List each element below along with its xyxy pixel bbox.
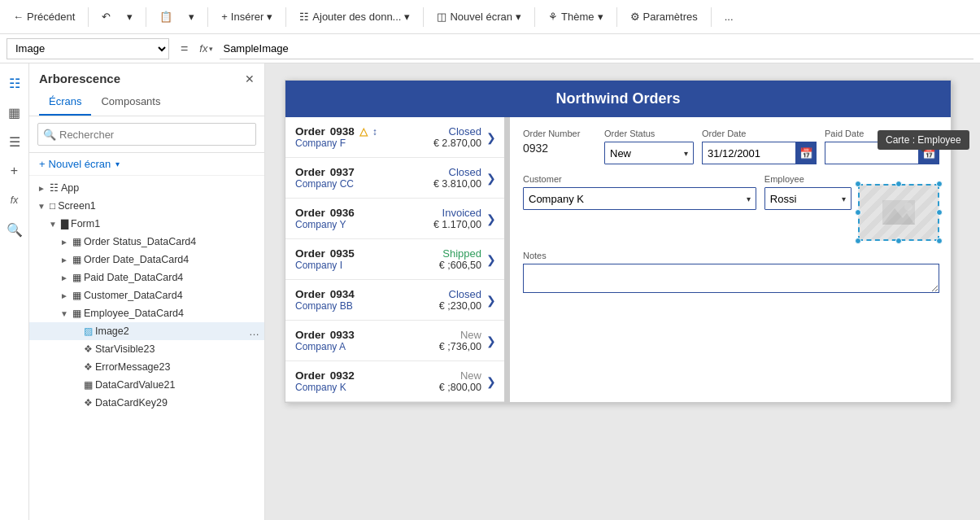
customer-select[interactable]: Company K ▾ [523, 187, 756, 210]
tree-node-employee[interactable]: ▼ ▦ Employee_DataCard4 [29, 304, 264, 322]
toolbar: ← Précédent ↶ ▾ 📋 ▾ + Insérer ▾ ☷ Ajoute… [0, 0, 980, 34]
more-label: ... [725, 11, 734, 23]
settings-button[interactable]: ⚙ Paramètres [624, 7, 704, 26]
tree-node-form1[interactable]: ▼ ▇ Form1 [29, 215, 264, 233]
node-label-datacardvalue: DataCardValue21 [95, 379, 264, 391]
node-label-paid-date: Paid Date_DataCard4 [84, 272, 264, 283]
handle-tr[interactable] [936, 181, 943, 187]
node-label-order-date: Order Date_DataCard4 [84, 254, 264, 265]
tree-node-starvisible[interactable]: ► ❖ StarVisible23 [29, 340, 264, 358]
insert-button[interactable]: + Insérer ▾ [215, 7, 279, 26]
new-screen-tree-button[interactable]: + Nouvel écran ▾ [29, 153, 264, 176]
theme-button[interactable]: ⚘ Thème ▾ [542, 7, 609, 26]
undo-button[interactable]: ↶ [95, 7, 117, 26]
tree-node-datacardkey[interactable]: ► ❖ DataCardKey29 [29, 394, 264, 412]
plus-side-icon[interactable]: + [2, 158, 28, 184]
list-item[interactable]: Order 0933 Company A New € ;736,00 ❯ [285, 321, 504, 361]
handle-tc[interactable] [895, 181, 902, 187]
customer-field: Customer Company K ▾ [523, 174, 756, 241]
tree-node-app[interactable]: ► ☷ App [29, 179, 264, 197]
handle-bc[interactable] [895, 238, 902, 244]
chevron-down-icon3: ▾ [267, 11, 272, 23]
node-label-customer: Customer_DataCard4 [84, 290, 264, 301]
search-input[interactable] [37, 123, 256, 146]
formula-bar: Image = fx ▾ [0, 34, 980, 63]
handle-tl[interactable] [855, 181, 861, 187]
plus-icon-tree: + [39, 158, 46, 170]
list-item[interactable]: Order 0932 Company K New € ;800,00 ❯ [285, 361, 504, 402]
sep4 [285, 7, 286, 27]
undo-dropdown[interactable]: ▾ [120, 7, 139, 26]
order-date-label: Order Date [702, 129, 817, 138]
element-selector[interactable]: Image [7, 38, 169, 59]
list-item[interactable]: Order 0936 Company Y Invoiced € 1.170,00… [285, 199, 504, 239]
card-icon5: ▦ [72, 308, 81, 319]
tree-node-customer[interactable]: ► ▦ Customer_DataCard4 [29, 286, 264, 304]
copy-dropdown[interactable]: ▾ [182, 7, 201, 26]
company: Company CC [295, 178, 433, 190]
list-item[interactable]: Order 0935 Company I Shipped € ;606,50 ❯ [285, 239, 504, 280]
list-item-right: Closed € ;230,00 [439, 288, 481, 312]
new-screen-button[interactable]: ◫ Nouvel écran ▾ [430, 7, 528, 26]
handle-mr[interactable] [936, 209, 943, 216]
tree-close-button[interactable]: ✕ [245, 72, 255, 85]
app-title: Northwind Orders [555, 90, 680, 107]
tree-node-image2[interactable]: ► ▨ Image2 … [29, 322, 264, 340]
fx-side-icon[interactable]: fx [2, 187, 28, 213]
more-button[interactable]: ... [718, 7, 740, 26]
list-item-left: Order 0933 Company A [295, 329, 439, 352]
data-icon[interactable]: ☰ [2, 129, 28, 155]
fx-label: fx ▾ [199, 42, 213, 55]
company: Company I [295, 260, 439, 271]
select-arrow: ▾ [684, 149, 688, 158]
formula-input[interactable] [220, 38, 973, 59]
order-status-value: New [610, 147, 631, 159]
tree-node-datacardvalue[interactable]: ► ▦ DataCardValue21 [29, 376, 264, 394]
list-item[interactable]: Order 0937 Company CC Closed € 3.810,00 … [285, 158, 504, 199]
add-data-button[interactable]: ☷ Ajouter des donn... ▾ [293, 7, 416, 26]
handle-bl[interactable] [855, 238, 861, 244]
tree-node-errormsg[interactable]: ► ❖ ErrorMessage23 [29, 358, 264, 376]
amount: € 2.870,00 [433, 138, 481, 149]
node-label-starvisible: StarVisible23 [95, 343, 264, 355]
copy-icon: 📋 [159, 11, 172, 23]
amount: € ;800,00 [439, 382, 481, 393]
order-status-select[interactable]: New ▾ [604, 142, 694, 164]
tree-node-screen1[interactable]: ▼ □ Screen1 [29, 197, 264, 215]
list-item[interactable]: Order 0934 Company BB Closed € ;230,00 ❯ [285, 280, 504, 321]
tree-node-order-date[interactable]: ► ▦ Order Date_DataCard4 [29, 251, 264, 269]
chevron-icon: ❯ [486, 294, 496, 307]
handle-br[interactable] [936, 238, 943, 244]
order-id: Order 0938 △ ↕ [295, 125, 433, 138]
app-body: Order 0938 △ ↕ Company F Closed € 2.870,… [285, 117, 951, 402]
employee-select[interactable]: Rossi ▾ [764, 187, 852, 210]
card-icon2: ▦ [72, 254, 81, 265]
node-label-form1: Form1 [71, 218, 264, 229]
back-button[interactable]: ← Précédent [7, 7, 81, 26]
order-date-cal-button[interactable]: 📅 [795, 142, 817, 164]
search-side-icon[interactable]: 🔍 [2, 216, 28, 243]
more-options-image2[interactable]: … [244, 326, 264, 338]
tree-icon[interactable]: ☷ [2, 70, 28, 96]
list-item[interactable]: Order 0938 △ ↕ Company F Closed € 2.870,… [285, 117, 504, 158]
plus-icon: + [221, 11, 228, 23]
notes-input[interactable] [523, 264, 939, 293]
order-id: Order 0935 [295, 247, 439, 260]
copy-button[interactable]: 📋 [153, 7, 179, 26]
image-box[interactable] [858, 184, 939, 241]
tree-node-order-status[interactable]: ► ▦ Order Status_DataCard4 [29, 233, 264, 251]
handle-ml[interactable] [855, 209, 861, 216]
svg-point-2 [904, 203, 912, 211]
notes-field: Notes [523, 251, 939, 293]
chevron-down-icon5: ▾ [516, 11, 521, 23]
company: Company F [295, 138, 433, 149]
order-number-label: Order Number [523, 129, 596, 138]
tree-node-paid-date[interactable]: ► ▦ Paid Date_DataCard4 [29, 269, 264, 286]
tab-components[interactable]: Composants [91, 90, 170, 116]
status: New [439, 329, 481, 341]
layers-icon[interactable]: ▦ [2, 99, 28, 125]
tooltip-text: Carte : Employee [886, 134, 961, 146]
chevron-icon: ❯ [486, 212, 496, 225]
image-container [858, 184, 939, 241]
tab-screens[interactable]: Écrans [39, 90, 91, 116]
